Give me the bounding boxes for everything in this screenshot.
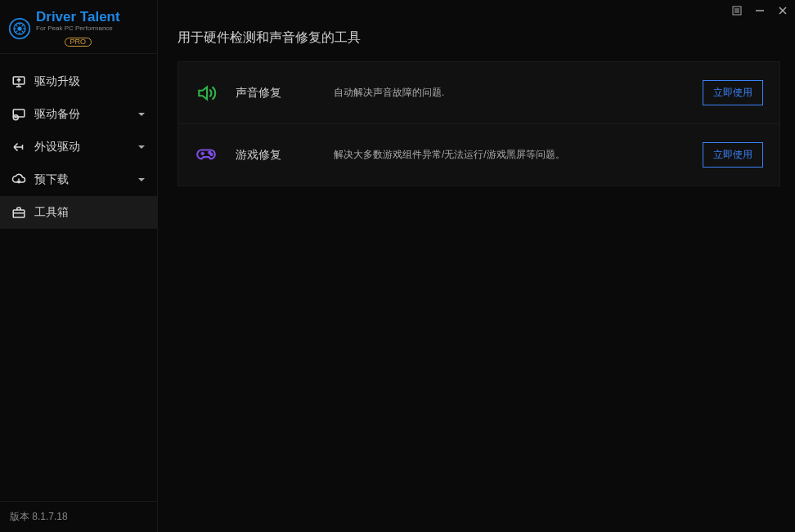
tool-desc: 解决大多数游戏组件异常/无法运行/游戏黑屏等问题。	[334, 148, 703, 162]
minimize-icon[interactable]	[754, 5, 766, 16]
sidebar-item-predownload[interactable]: 预下载	[0, 163, 157, 196]
nav-menu: 驱动升级 驱动备份 外设驱动 预下载	[0, 54, 157, 501]
svg-point-8	[210, 153, 212, 154]
sidebar-item-label: 外设驱动	[34, 140, 80, 154]
monitor-clock-icon	[11, 107, 26, 122]
svg-point-1	[17, 26, 21, 30]
sidebar-item-driver-backup[interactable]: 驱动备份	[0, 98, 157, 131]
tool-list: 声音修复 自动解决声音故障的问题. 立即使用 游戏修复 解决大多数游戏组件异常/…	[177, 61, 780, 186]
window-titlebar	[158, 0, 795, 21]
tool-name: 声音修复	[236, 86, 334, 101]
app-logo: Driver Talent For Peak PC Performance PR…	[0, 0, 157, 54]
main-area: 用于硬件检测和声音修复的工具 声音修复 自动解决声音故障的问题. 立即使用 游戏…	[158, 0, 795, 532]
cloud-download-icon	[11, 172, 26, 187]
sidebar: Driver Talent For Peak PC Performance PR…	[0, 0, 158, 532]
pro-badge: PRO	[65, 38, 92, 47]
page-title: 用于硬件检测和声音修复的工具	[177, 21, 780, 61]
tool-row-game-fix: 游戏修复 解决大多数游戏组件异常/无法运行/游戏黑屏等问题。 立即使用	[178, 124, 779, 186]
sidebar-item-label: 驱动升级	[34, 74, 80, 89]
sidebar-item-label: 工具箱	[34, 205, 69, 220]
chevron-down-icon	[137, 141, 146, 154]
sidebar-item-driver-upgrade[interactable]: 驱动升级	[0, 65, 157, 98]
sidebar-item-peripheral-driver[interactable]: 外设驱动	[0, 131, 157, 163]
sidebar-item-toolbox[interactable]: 工具箱	[0, 196, 157, 229]
speaker-icon	[195, 82, 218, 105]
monitor-up-icon	[11, 74, 26, 89]
close-icon[interactable]	[777, 5, 788, 16]
chevron-down-icon	[137, 108, 146, 121]
version-text: 版本 8.1.7.18	[10, 511, 68, 522]
gear-logo-icon	[8, 17, 31, 40]
gamepad-icon	[195, 144, 218, 167]
menu-icon[interactable]	[731, 5, 743, 16]
use-now-button[interactable]: 立即使用	[703, 80, 763, 105]
version-footer: 版本 8.1.7.18	[0, 501, 157, 532]
usb-icon	[11, 140, 26, 154]
sidebar-item-label: 预下载	[34, 172, 69, 187]
tool-desc: 自动解决声音故障的问题.	[334, 86, 703, 100]
tool-name: 游戏修复	[236, 148, 334, 163]
logo-title: Driver Talent	[36, 10, 120, 24]
logo-subtitle: For Peak PC Performance	[36, 25, 120, 32]
tool-row-sound-fix: 声音修复 自动解决声音故障的问题. 立即使用	[178, 62, 779, 124]
toolbox-icon	[11, 205, 26, 220]
sidebar-item-label: 驱动备份	[34, 107, 80, 122]
use-now-button[interactable]: 立即使用	[703, 142, 763, 168]
chevron-down-icon	[137, 173, 146, 186]
